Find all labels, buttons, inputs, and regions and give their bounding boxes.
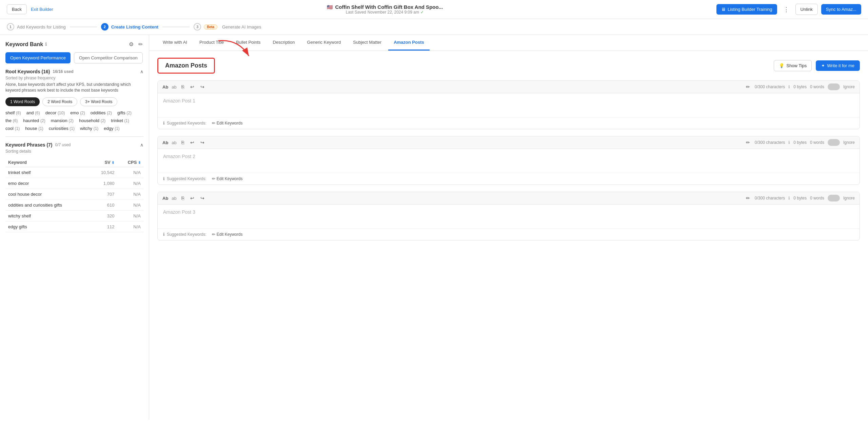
edit-button-1[interactable]: ✏ <box>745 83 751 90</box>
ab-lower-button-3[interactable]: ab <box>172 196 176 201</box>
table-row: cool house decor 707 N/A <box>5 189 143 199</box>
step-3[interactable]: 3 Beta Generate AI Images <box>194 23 261 31</box>
char-count-3: 0/300 characters <box>755 196 785 200</box>
top-header: Back Exit Builder 🇺🇸 Coffin Shelf With C… <box>0 0 868 19</box>
post-2-body[interactable]: Amazon Post 2 <box>158 149 860 173</box>
show-tips-button[interactable]: 💡 Show Tips <box>774 60 812 71</box>
ignore-label-2: Ignore <box>843 140 855 145</box>
ignore-toggle-1[interactable] <box>828 83 840 90</box>
undo-button-1[interactable]: ↩ <box>189 83 196 90</box>
post-1-footer: ℹ Suggested Keywords: ✏ Edit Keywords <box>158 117 860 129</box>
saved-label: Last Saved <box>346 10 366 15</box>
bulb-icon: 💡 <box>779 63 784 68</box>
edit-button-2[interactable]: ✏ <box>745 139 751 146</box>
tab-generic-keyword[interactable]: Generic Keyword <box>302 35 347 51</box>
words-3: 0 words <box>810 196 824 200</box>
post-1-body[interactable]: Amazon Post 1 <box>158 93 860 117</box>
info-icon-3: ℹ <box>788 196 790 200</box>
keyword-phrases-table: Keyword SV ⇕ CPS ⇕ trinket shelf 10,542 … <box>5 158 143 232</box>
sv-cell: 320 <box>90 210 117 221</box>
root-keywords-header: Root Keywords (16) 16/16 used ∧ <box>5 69 143 74</box>
undo-button-2[interactable]: ↩ <box>189 139 196 146</box>
copy-button-3[interactable]: ⎘ <box>180 195 185 202</box>
bytes-2: 0 bytes <box>793 140 807 145</box>
posts-title-bar: Amazon Posts <box>157 58 860 74</box>
table-row: trinket shelf 10,542 N/A <box>5 167 143 178</box>
ignore-toggle-3[interactable] <box>828 195 840 202</box>
step-3-num: 3 <box>194 23 201 31</box>
back-button[interactable]: Back <box>7 4 27 14</box>
filter-2-word-roots[interactable]: 2 Word Roots <box>42 97 77 106</box>
edit-keywords-button-2[interactable]: ✏ Edit Keywords <box>212 176 243 181</box>
step-divider-2 <box>162 27 190 27</box>
bytes-1: 0 bytes <box>793 84 807 89</box>
ab-lower-button[interactable]: ab <box>172 84 176 90</box>
pencil-button[interactable]: ✏ <box>138 40 143 48</box>
ignore-toggle-2[interactable] <box>828 139 840 146</box>
tabs-bar: Write with AI Product Title Bullet Point… <box>149 35 868 51</box>
tab-amazon-posts[interactable]: Amazon Posts <box>388 35 430 51</box>
redo-button-3[interactable]: ↪ <box>199 195 206 202</box>
unlink-button[interactable]: Unlink <box>795 4 818 15</box>
kw-tag-the: the (6) <box>5 118 18 123</box>
write-for-me-button[interactable]: ✦ Write it for me <box>816 60 860 71</box>
kw-tag-trinket: trinket (1) <box>111 118 129 123</box>
listing-builder-training-button[interactable]: 🖥 Listing Builder Training <box>716 4 777 15</box>
amazon-posts-title: Amazon Posts <box>157 58 215 74</box>
col-keyword: Keyword <box>5 158 90 167</box>
redo-button-1[interactable]: ↪ <box>199 83 206 90</box>
root-keywords-desc: Alone, base keywords don't affect your K… <box>5 82 143 93</box>
col-cps[interactable]: CPS ⇕ <box>117 158 143 167</box>
open-keyword-performance-button[interactable]: Open Keyword Performance <box>5 52 71 63</box>
kw-tag-edgy: edgy (1) <box>104 126 119 131</box>
tab-product-title[interactable]: Product Title <box>194 35 229 51</box>
filter-3-word-roots[interactable]: 3+ Word Roots <box>80 97 117 106</box>
tab-write-with-ai[interactable]: Write with AI <box>157 35 193 51</box>
post-1-toolbar-right: ✏ 0/300 characters ℹ 0 bytes 0 words Ign… <box>745 83 855 90</box>
kw-tag-mansion: mansion (2) <box>51 118 74 123</box>
gear-button[interactable]: ⚙ <box>128 40 134 48</box>
monitor-icon: 🖥 <box>721 7 726 12</box>
kw-phrases-used: 0/7 used <box>55 142 71 147</box>
copy-button-1[interactable]: ⎘ <box>180 83 185 90</box>
filter-1-word-roots[interactable]: 1 Word Roots <box>5 97 40 106</box>
open-competitor-comparison-button[interactable]: Open Competitor Comparison <box>74 52 143 63</box>
post-3-placeholder: Amazon Post 3 <box>163 209 195 215</box>
kw-phrases-toggle[interactable]: ∧ <box>140 142 143 148</box>
root-keywords-section: Root Keywords (16) 16/16 used ∧ Sorted b… <box>5 69 143 131</box>
ab-upper-button[interactable]: Ab <box>162 84 168 90</box>
content-area: Write with AI Product Title Bullet Point… <box>149 35 868 420</box>
step-1-num: 1 <box>7 23 14 31</box>
root-keywords-toggle[interactable]: ∧ <box>140 69 143 74</box>
post-3-body[interactable]: Amazon Post 3 <box>158 205 860 228</box>
step-2[interactable]: 2 Create Listing Content <box>101 23 158 31</box>
info-icon-1: ℹ <box>788 84 790 89</box>
tab-description[interactable]: Description <box>268 35 300 51</box>
tab-subject-matter[interactable]: Subject Matter <box>348 35 387 51</box>
undo-button-3[interactable]: ↩ <box>189 195 196 202</box>
header-left: Back Exit Builder <box>7 4 53 14</box>
cps-cell: N/A <box>117 167 143 178</box>
edit-keywords-button-3[interactable]: ✏ Edit Keywords <box>212 232 243 237</box>
exit-builder-button[interactable]: Exit Builder <box>31 7 53 12</box>
edit-keywords-button-1[interactable]: ✏ Edit Keywords <box>212 121 243 126</box>
post-card-1: Ab ab ⎘ ↩ ↪ ✏ 0/300 characters ℹ 0 bytes… <box>157 80 860 129</box>
more-options-button[interactable]: ⋮ <box>781 4 792 15</box>
edit-button-3[interactable]: ✏ <box>745 195 751 202</box>
copy-button-2[interactable]: ⎘ <box>180 139 185 146</box>
kw-cell: emo decor <box>5 178 90 189</box>
step-1[interactable]: 1 Add Keywords for Listing <box>7 23 66 31</box>
sync-button[interactable]: Sync to Amaz... <box>821 4 861 15</box>
info-circle-icon-1: ℹ <box>163 121 165 126</box>
sv-cell: 610 <box>90 199 117 210</box>
tab-bullet-points[interactable]: Bullet Points <box>231 35 266 51</box>
redo-button-2[interactable]: ↪ <box>199 139 206 146</box>
ab-upper-button-3[interactable]: Ab <box>162 196 168 201</box>
ab-lower-button-2[interactable]: ab <box>172 140 176 145</box>
col-sv[interactable]: SV ⇕ <box>90 158 117 167</box>
kw-phrases-title: Keyword Phrases (7) <box>5 142 53 148</box>
kw-tag-gifts: gifts (2) <box>117 110 132 115</box>
flag-icon: 🇺🇸 <box>327 4 333 10</box>
root-keywords-title: Root Keywords (16) 16/16 used <box>5 69 74 74</box>
ab-upper-button-2[interactable]: Ab <box>162 140 168 145</box>
